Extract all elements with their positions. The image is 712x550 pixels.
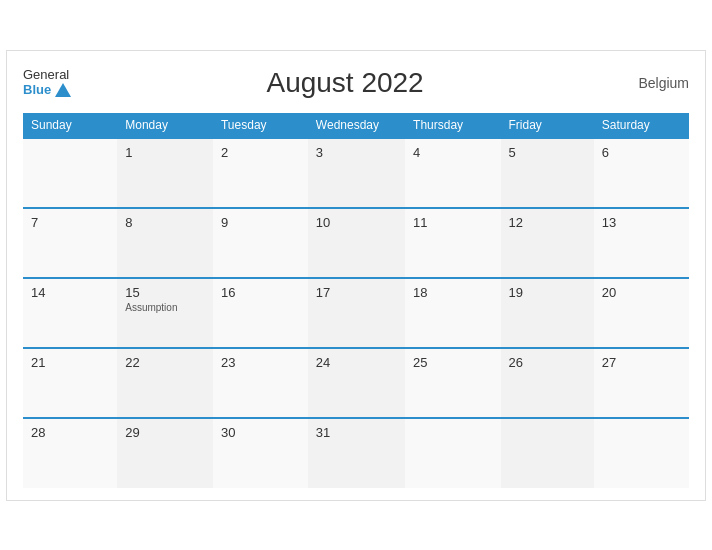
day-number: 12	[509, 215, 586, 230]
calendar-cell-w0-d3: 3	[308, 138, 405, 208]
day-number: 10	[316, 215, 397, 230]
day-number: 3	[316, 145, 397, 160]
calendar-cell-w2-d3: 17	[308, 278, 405, 348]
day-number: 9	[221, 215, 300, 230]
day-number: 11	[413, 215, 492, 230]
calendar-cell-w2-d6: 20	[594, 278, 689, 348]
calendar-cell-w4-d0: 28	[23, 418, 117, 488]
calendar-cell-w2-d4: 18	[405, 278, 500, 348]
calendar-cell-w0-d1: 1	[117, 138, 213, 208]
day-number: 29	[125, 425, 205, 440]
calendar-body: 123456789101112131415Assumption161718192…	[23, 138, 689, 488]
day-number: 31	[316, 425, 397, 440]
calendar-cell-w1-d6: 13	[594, 208, 689, 278]
calendar-cell-w4-d1: 29	[117, 418, 213, 488]
holiday-name: Assumption	[125, 302, 205, 313]
logo-general-text: General	[23, 68, 69, 82]
calendar-cell-w3-d3: 24	[308, 348, 405, 418]
day-number: 13	[602, 215, 681, 230]
day-number: 18	[413, 285, 492, 300]
day-number: 21	[31, 355, 109, 370]
day-number: 28	[31, 425, 109, 440]
day-number: 4	[413, 145, 492, 160]
logo-blue-text: Blue	[23, 83, 51, 97]
day-number: 7	[31, 215, 109, 230]
day-number: 14	[31, 285, 109, 300]
day-number: 5	[509, 145, 586, 160]
calendar-cell-w0-d5: 5	[501, 138, 594, 208]
weekday-header-row: Sunday Monday Tuesday Wednesday Thursday…	[23, 113, 689, 138]
calendar-cell-w3-d2: 23	[213, 348, 308, 418]
header-tuesday: Tuesday	[213, 113, 308, 138]
calendar-cell-w2-d0: 14	[23, 278, 117, 348]
calendar-cell-w1-d1: 8	[117, 208, 213, 278]
header-friday: Friday	[501, 113, 594, 138]
calendar-cell-w4-d4	[405, 418, 500, 488]
calendar-cell-w1-d0: 7	[23, 208, 117, 278]
day-number: 8	[125, 215, 205, 230]
calendar-cell-w2-d1: 15Assumption	[117, 278, 213, 348]
header-saturday: Saturday	[594, 113, 689, 138]
calendar-cell-w3-d1: 22	[117, 348, 213, 418]
logo-triangle-icon	[55, 83, 71, 97]
calendar-title: August 2022	[71, 67, 619, 99]
calendar-cell-w1-d4: 11	[405, 208, 500, 278]
calendar-cell-w1-d2: 9	[213, 208, 308, 278]
day-number: 26	[509, 355, 586, 370]
day-number: 20	[602, 285, 681, 300]
day-number: 24	[316, 355, 397, 370]
calendar-week-row-0: 123456	[23, 138, 689, 208]
calendar-cell-w0-d0	[23, 138, 117, 208]
day-number: 25	[413, 355, 492, 370]
day-number: 22	[125, 355, 205, 370]
calendar-cell-w3-d6: 27	[594, 348, 689, 418]
calendar-cell-w4-d5	[501, 418, 594, 488]
header-wednesday: Wednesday	[308, 113, 405, 138]
day-number: 19	[509, 285, 586, 300]
calendar-cell-w0-d2: 2	[213, 138, 308, 208]
header-monday: Monday	[117, 113, 213, 138]
calendar-cell-w0-d6: 6	[594, 138, 689, 208]
calendar-cell-w3-d0: 21	[23, 348, 117, 418]
calendar-cell-w1-d3: 10	[308, 208, 405, 278]
calendar-cell-w0-d4: 4	[405, 138, 500, 208]
calendar-thead: Sunday Monday Tuesday Wednesday Thursday…	[23, 113, 689, 138]
calendar-cell-w2-d5: 19	[501, 278, 594, 348]
logo: General Blue	[23, 68, 71, 97]
day-number: 30	[221, 425, 300, 440]
calendar-week-row-4: 28293031	[23, 418, 689, 488]
day-number: 27	[602, 355, 681, 370]
calendar-cell-w4-d3: 31	[308, 418, 405, 488]
header-sunday: Sunday	[23, 113, 117, 138]
day-number: 6	[602, 145, 681, 160]
calendar-container: General Blue August 2022 Belgium Sunday …	[6, 50, 706, 501]
calendar-cell-w2-d2: 16	[213, 278, 308, 348]
calendar-cell-w4-d6	[594, 418, 689, 488]
calendar-header: General Blue August 2022 Belgium	[23, 67, 689, 99]
day-number: 15	[125, 285, 205, 300]
calendar-cell-w3-d5: 26	[501, 348, 594, 418]
calendar-week-row-3: 21222324252627	[23, 348, 689, 418]
day-number: 23	[221, 355, 300, 370]
calendar-cell-w3-d4: 25	[405, 348, 500, 418]
day-number: 1	[125, 145, 205, 160]
calendar-week-row-1: 78910111213	[23, 208, 689, 278]
calendar-cell-w1-d5: 12	[501, 208, 594, 278]
country-name: Belgium	[619, 75, 689, 91]
calendar-cell-w4-d2: 30	[213, 418, 308, 488]
day-number: 17	[316, 285, 397, 300]
day-number: 2	[221, 145, 300, 160]
header-thursday: Thursday	[405, 113, 500, 138]
calendar-grid: Sunday Monday Tuesday Wednesday Thursday…	[23, 113, 689, 488]
day-number: 16	[221, 285, 300, 300]
calendar-week-row-2: 1415Assumption1617181920	[23, 278, 689, 348]
